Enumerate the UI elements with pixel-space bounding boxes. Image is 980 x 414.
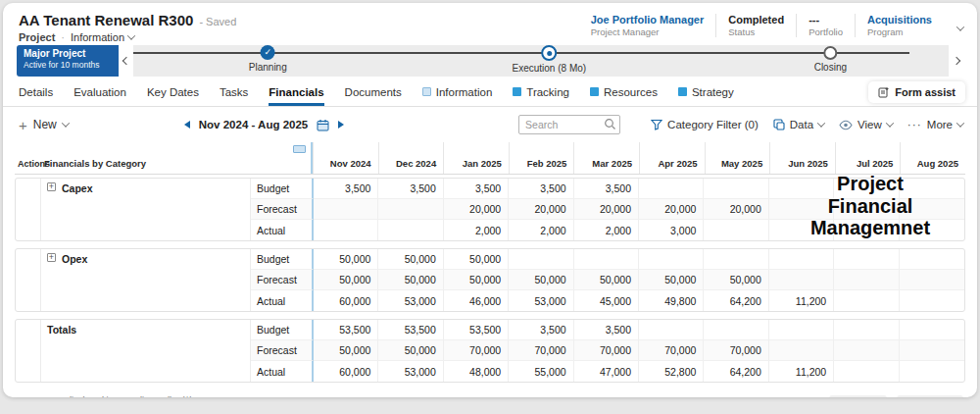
financial-cell[interactable]: 3,500: [378, 179, 443, 199]
financial-cell[interactable]: 20,000: [509, 199, 573, 220]
financial-cell[interactable]: 50,000: [704, 270, 768, 290]
financial-cell[interactable]: [704, 320, 768, 340]
financial-cell[interactable]: 53,000: [378, 290, 443, 311]
previous-period-icon[interactable]: [184, 121, 190, 129]
financial-cell[interactable]: 11,200: [769, 290, 834, 311]
financial-cell[interactable]: [769, 340, 834, 361]
financial-cell[interactable]: 60,000: [314, 361, 378, 382]
freeze-pane-icon[interactable]: [293, 145, 306, 153]
phase-planning[interactable]: ✓Planning: [249, 45, 287, 73]
save-button[interactable]: Save: [829, 395, 887, 397]
financial-cell[interactable]: 45,000: [574, 290, 639, 311]
next-period-icon[interactable]: [338, 121, 344, 129]
financial-cell[interactable]: [769, 320, 834, 340]
breadcrumb-information-dropdown[interactable]: Information: [71, 31, 134, 43]
financial-cell[interactable]: 70,000: [639, 340, 704, 361]
tab-documents[interactable]: Documents: [345, 78, 402, 106]
stat-value[interactable]: Acquisitions: [867, 14, 932, 26]
financial-cell[interactable]: 50,000: [378, 249, 443, 270]
financial-cell[interactable]: 2,000: [509, 220, 573, 240]
financial-cell[interactable]: 50,000: [314, 270, 378, 290]
financial-cell[interactable]: [378, 199, 443, 220]
timeline-next-button[interactable]: [949, 45, 963, 77]
financial-cell[interactable]: [704, 220, 768, 240]
collapse-header-chevron-icon[interactable]: [956, 23, 964, 30]
financial-cell[interactable]: 60,000: [314, 290, 378, 311]
financial-cell[interactable]: 48,000: [444, 361, 509, 382]
financial-cell[interactable]: [834, 199, 899, 220]
financial-cell[interactable]: 55,000: [509, 361, 573, 382]
financial-cell[interactable]: [900, 320, 964, 340]
financial-cell[interactable]: [834, 361, 899, 382]
cancel-button[interactable]: Cancel: [897, 395, 963, 397]
phase-execution-8-mo[interactable]: Execution (8 Mo): [513, 45, 587, 74]
financial-cell[interactable]: [314, 199, 378, 220]
financial-cell[interactable]: 50,000: [444, 270, 509, 290]
financial-cell[interactable]: 50,000: [378, 340, 443, 361]
tab-details[interactable]: Details: [19, 78, 53, 106]
financial-cell[interactable]: 3,000: [639, 220, 704, 240]
financial-cell[interactable]: 2,000: [444, 220, 509, 240]
financial-cell[interactable]: 70,000: [704, 340, 768, 361]
financial-cell[interactable]: 2,000: [574, 220, 639, 240]
form-assist-button[interactable]: Form assist: [868, 81, 965, 103]
financial-cell[interactable]: [378, 220, 443, 240]
financial-cell[interactable]: [900, 179, 964, 199]
financial-cell[interactable]: [900, 340, 964, 361]
tab-financials[interactable]: Financials: [269, 78, 323, 106]
financial-cell[interactable]: 20,000: [444, 199, 509, 220]
financial-cell[interactable]: [639, 320, 704, 340]
financial-cell[interactable]: [769, 199, 834, 220]
financial-cell[interactable]: 49,800: [639, 290, 704, 311]
financial-cell[interactable]: 3,500: [444, 179, 509, 199]
tab-tasks[interactable]: Tasks: [220, 78, 248, 106]
financial-cell[interactable]: [834, 179, 899, 199]
financial-cell[interactable]: [900, 290, 964, 311]
financial-cell[interactable]: [314, 220, 378, 240]
financial-cell[interactable]: [769, 270, 834, 290]
financial-cell[interactable]: 46,000: [444, 290, 509, 311]
financial-cell[interactable]: 11,200: [769, 361, 834, 382]
financial-cell[interactable]: 50,000: [314, 340, 378, 361]
financial-cell[interactable]: [834, 320, 899, 340]
data-menu-button[interactable]: Data: [773, 119, 824, 130]
financial-cell[interactable]: [704, 249, 768, 270]
financial-cell[interactable]: 53,000: [378, 361, 443, 382]
financial-cell[interactable]: 50,000: [509, 270, 573, 290]
tab-resources[interactable]: Resources: [590, 78, 658, 106]
financial-cell[interactable]: [834, 220, 899, 240]
financial-cell[interactable]: [900, 270, 964, 290]
financial-cell[interactable]: 20,000: [574, 199, 639, 220]
financial-cell[interactable]: 3,500: [509, 320, 573, 340]
financial-cell[interactable]: [509, 249, 573, 270]
financial-cell[interactable]: 3,500: [314, 179, 378, 199]
financial-cell[interactable]: 70,000: [574, 340, 639, 361]
financial-cell[interactable]: 3,500: [574, 179, 639, 199]
financial-cell[interactable]: 50,000: [639, 270, 704, 290]
financial-cell[interactable]: [769, 220, 834, 240]
tab-information[interactable]: Information: [422, 78, 493, 106]
financial-cell[interactable]: [639, 179, 704, 199]
tab-evaluation[interactable]: Evaluation: [74, 78, 126, 106]
financial-cell[interactable]: 64,200: [704, 361, 768, 382]
financial-cell[interactable]: [900, 199, 964, 220]
financial-cell[interactable]: 70,000: [444, 340, 509, 361]
financial-cell[interactable]: 52,800: [639, 361, 704, 382]
financial-cell[interactable]: 50,000: [574, 270, 639, 290]
financial-cell[interactable]: [769, 179, 834, 199]
financial-cell[interactable]: [900, 249, 964, 270]
financial-cell[interactable]: [834, 290, 899, 311]
financial-cell[interactable]: [834, 340, 899, 361]
financial-cell[interactable]: 47,000: [574, 361, 639, 382]
financial-cell[interactable]: 70,000: [509, 340, 573, 361]
tab-tracking[interactable]: Tracking: [513, 78, 569, 106]
financial-cell[interactable]: [639, 249, 704, 270]
financial-cell[interactable]: 53,500: [444, 320, 509, 340]
financial-cell[interactable]: [834, 249, 899, 270]
financial-cell[interactable]: 20,000: [704, 199, 768, 220]
financial-cell[interactable]: 50,000: [314, 249, 378, 270]
tab-key-dates[interactable]: Key Dates: [147, 78, 199, 106]
financial-cell[interactable]: 3,500: [574, 320, 639, 340]
tab-strategy[interactable]: Strategy: [678, 78, 734, 106]
expand-icon[interactable]: +: [47, 182, 56, 191]
